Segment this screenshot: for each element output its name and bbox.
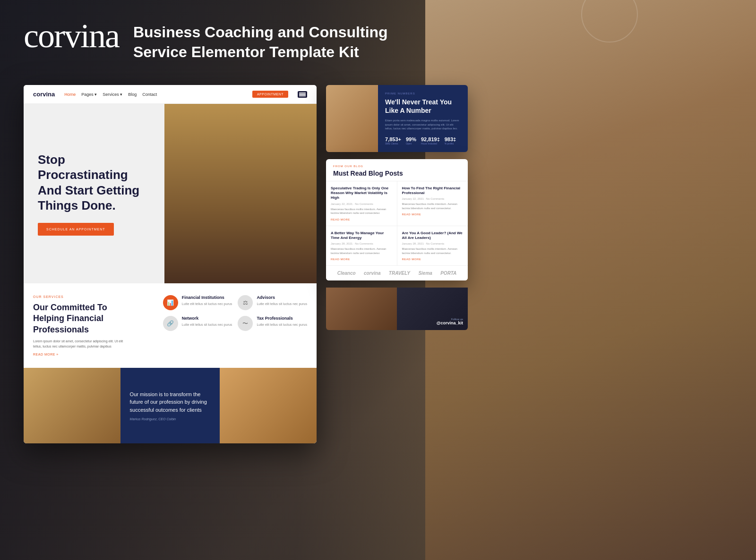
follow-handle[interactable]: @corvina_kit [437, 321, 463, 325]
services-label: OUR SERVICES [33, 295, 128, 298]
logo-porta: PORTA [440, 271, 456, 276]
hero-image [164, 104, 317, 283]
hero-cta-button[interactable]: SCHEDULE AN APPOINTMENT [38, 223, 114, 236]
post-title-2: How To Find The Right Financial Professi… [402, 186, 464, 196]
services-read-more[interactable]: READ MORE » [33, 353, 128, 356]
screenshots-container: corvina Home Pages ▾ Services ▾ Blog Con… [24, 85, 468, 443]
stat-profits-number: 983‡ [445, 136, 456, 142]
service-icon-tax: 〜 [238, 316, 253, 331]
mission-text: Our mission is to transform the future o… [130, 390, 211, 414]
post-read-more-2[interactable]: READ MORE [402, 213, 464, 216]
social-dark: Follow us @corvina_kit [397, 288, 468, 330]
stat-clients-number: 7,853+ [385, 136, 401, 142]
service-item-network: 🔗 Network Lutte elit tellus sit luctus n… [163, 316, 232, 331]
post-read-more-4[interactable]: READ MORE [402, 258, 464, 261]
mission-author: Markus Rodriguez, CEO Colbin [130, 417, 211, 421]
services-section: OUR SERVICES Our Committed To Helping Fi… [24, 283, 317, 368]
screenshot-right: PRIME NUMBERS We'll Never Treat You Like… [326, 85, 468, 443]
service-item-tax: 〜 Tax Professionals Lutte elit tellus si… [238, 316, 307, 331]
services-description: Lorem ipsum dolor sit amet, consectetur … [33, 339, 128, 349]
stats-heading: We'll Never Treat You Like A Number [385, 98, 461, 115]
post-date-4: January 28, 2021 · No Comments [402, 242, 464, 245]
screenshot-left: corvina Home Pages ▾ Services ▾ Blog Con… [24, 85, 317, 443]
logo-cleanco: Cleanco [337, 271, 356, 276]
bottom-image-1 [24, 368, 120, 443]
stat-open: 99% Open [406, 136, 416, 145]
nav-blog[interactable]: Blog [128, 92, 137, 97]
service-item-advisors: ⚖ Advisors Lutte elit tellus sit luctus … [238, 295, 307, 310]
logo-corvina: corvina [364, 271, 381, 276]
nav-contact[interactable]: Contact [142, 92, 157, 97]
stat-hours-number: 92,819‡ [421, 136, 440, 142]
service-icon-advisors: ⚖ [238, 295, 253, 310]
post-title-4: Are You A Good Leader? (And We All Are L… [402, 231, 464, 241]
appointment-button[interactable]: APPOINTMENT [252, 91, 288, 98]
stat-open-label: Open [406, 142, 416, 145]
service-icon-network: 🔗 [163, 316, 178, 331]
post-excerpt-3: Maecenas faucibus mollis interdum. Aenea… [331, 247, 392, 255]
hamburger-line-3 [299, 95, 306, 96]
hero-section: Stop Procrastinating And Start Getting T… [24, 104, 317, 283]
header-section: corvina Business Coaching and Consulting… [24, 19, 417, 62]
stat-profits: 983‡ % profits [445, 136, 456, 145]
nav-links: Home Pages ▾ Services ▾ Blog Contact [64, 92, 243, 97]
site-logo: corvina [33, 91, 55, 98]
service-icon-financial: 📊 [163, 295, 178, 310]
post-date-1: January 22, 2021 · No Comments [331, 203, 392, 205]
stat-open-number: 99% [406, 136, 416, 142]
blog-header: FROM OUR BLOG Must Read Blog Posts [326, 159, 468, 181]
blog-posts-grid: Speculative Trading Is Only One Reason W… [326, 181, 468, 266]
post-title-3: A Better Way To Manage Your Time And Ene… [331, 231, 392, 241]
brand-logo: corvina [24, 19, 119, 53]
hero-person-photo [164, 104, 317, 283]
social-section: Follow us @corvina_kit [326, 288, 468, 330]
logo-siema: Siema [418, 271, 432, 276]
stat-clients: 7,853+ SME Clients [385, 136, 401, 145]
stat-hours: 92,819‡ Hours Inducted [421, 136, 440, 145]
nav-pages[interactable]: Pages ▾ [81, 92, 97, 97]
post-excerpt-2: Maecenas faucibus mollis interdum. Aenea… [402, 202, 464, 210]
client-logos: Cleanco corvina TRAVELY Siema PORTA [326, 265, 468, 280]
brand-tagline: Business Coaching and Consulting Service… [133, 23, 417, 62]
service-name-tax: Tax Professionals [257, 316, 307, 321]
service-name-financial: Financial Institutions [182, 295, 232, 300]
logo-travely: TRAVELY [389, 271, 410, 276]
service-desc-financial: Lutte elit tellus sit luctus nec purus [182, 302, 232, 306]
service-desc-advisors: Lutte elit tellus sit luctus nec purus [257, 302, 307, 306]
bottom-image-3 [220, 368, 317, 443]
stats-card: PRIME NUMBERS We'll Never Treat You Like… [326, 85, 468, 152]
bottom-images: Our mission is to transform the future o… [24, 368, 317, 443]
post-date-2: January 22, 2021 · No Comments [402, 197, 464, 200]
blog-card: FROM OUR BLOG Must Read Blog Posts Specu… [326, 159, 468, 281]
social-image [326, 288, 397, 330]
hamburger-line-2 [299, 94, 306, 95]
stat-hours-label: Hours Inducted [421, 142, 440, 145]
post-read-more-1[interactable]: READ MORE [331, 218, 392, 221]
hamburger-line-1 [299, 93, 306, 93]
blog-title: Must Read Blog Posts [333, 170, 461, 177]
hamburger-menu[interactable] [298, 91, 307, 98]
stats-content: PRIME NUMBERS We'll Never Treat You Like… [378, 85, 468, 152]
post-excerpt-1: Maecenas faucibus mollis interdum. Aenea… [331, 207, 392, 215]
stats-label: PRIME NUMBERS [385, 92, 461, 95]
service-name-network: Network [182, 316, 232, 321]
site-navigation: corvina Home Pages ▾ Services ▾ Blog Con… [24, 85, 317, 104]
services-grid: 📊 Financial Institutions Lutte elit tell… [163, 295, 307, 331]
services-heading: Our Committed To Helping Financial Profe… [33, 302, 128, 335]
post-excerpt-4: Maecenas faucibus mollis interdum. Aenea… [402, 247, 464, 255]
bottom-mission-card: Our mission is to transform the future o… [120, 368, 220, 443]
post-read-more-3[interactable]: READ MORE [331, 258, 392, 261]
nav-home[interactable]: Home [64, 92, 76, 97]
post-date-3: January 28, 2021 · No Comments [331, 242, 392, 245]
post-title-1: Speculative Trading Is Only One Reason W… [331, 186, 392, 201]
stats-numbers: 7,853+ SME Clients 99% Open 92,819‡ Hour… [385, 136, 461, 145]
service-desc-network: Lutte elit tellus sit luctus nec purus [182, 322, 232, 327]
background-person-image [425, 0, 756, 560]
stat-clients-label: SME Clients [385, 142, 401, 145]
service-item-financial: 📊 Financial Institutions Lutte elit tell… [163, 295, 232, 310]
hero-left: Stop Procrastinating And Start Getting T… [24, 104, 164, 283]
blog-post-1: Speculative Trading Is Only One Reason W… [326, 181, 397, 226]
social-follow: Follow us @corvina_kit [437, 318, 463, 325]
nav-services[interactable]: Services ▾ [103, 92, 122, 97]
blog-post-4: Are You A Good Leader? (And We All Are L… [397, 226, 468, 266]
